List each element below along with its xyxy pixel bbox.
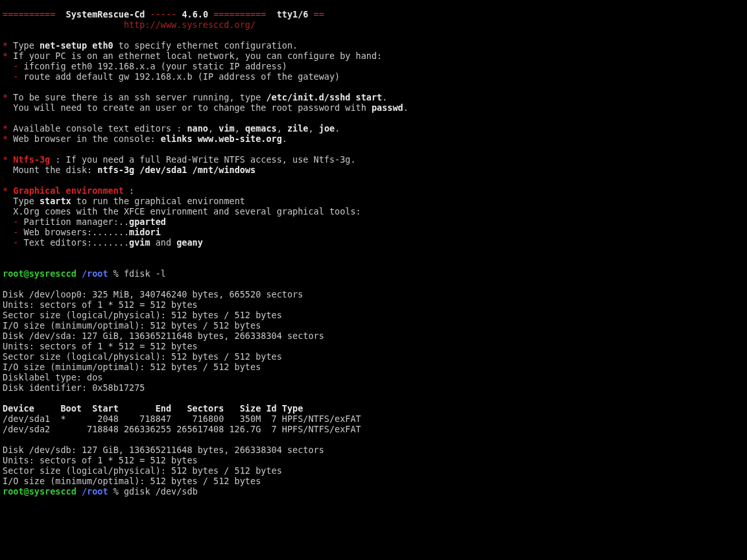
fdisk-line: Disk /dev/sda: 127 GiB, 136365211648 byt… <box>3 331 324 341</box>
bullet-icon: * <box>3 123 13 134</box>
ntfs3g-text: : If you need a full Read-Write NTFS acc… <box>50 154 355 165</box>
prompt-path: /root <box>77 486 108 496</box>
ntfs3g-mount-cmd: ntfs-3g /dev/sda1 /mnt/windows <box>97 165 255 175</box>
dash-icon: - <box>3 237 24 248</box>
tip-browser-label: Web browser in the console: <box>13 134 161 144</box>
te-geany: geany <box>176 237 203 248</box>
dash-icon: - <box>3 71 24 82</box>
header-sep1: ----- <box>145 9 182 19</box>
pm-gparted: gparted <box>129 216 166 227</box>
fdisk-line: Disk /dev/loop0: 325 MiB, 340746240 byte… <box>3 289 303 299</box>
editor-joe: joe <box>319 123 335 134</box>
bullet-icon: * <box>3 40 13 51</box>
wb-label: Web browsers:....... <box>24 227 130 237</box>
fdisk-line: Disk /dev/sdb: 127 GiB, 136365211648 byt… <box>3 445 324 455</box>
dash-icon: - <box>3 61 24 71</box>
wb-midori: midori <box>129 227 161 237</box>
cmd-fdisk[interactable]: fdisk -l <box>124 268 166 279</box>
header-rule-end: == <box>308 9 324 19</box>
graphical-env-label: Graphical environment <box>13 185 124 196</box>
ntfs3g-label: Ntfs-3g <box>13 154 50 165</box>
partition-table-header: Device Boot Start End Sectors Size Id Ty… <box>3 403 303 414</box>
startx-a: Type <box>3 196 40 206</box>
fdisk-line: I/O size (minimum/optimal): 512 bytes / … <box>3 320 261 331</box>
tip-ssh-cmd: /etc/init.d/sshd start <box>266 92 382 102</box>
header-rule-left: ========== <box>3 9 66 19</box>
prompt-userhost: root@sysresccd <box>3 486 77 496</box>
bullet-icon: * <box>3 92 13 102</box>
xorg-desc: X.Org comes with the XFCE environment an… <box>3 206 361 216</box>
ntfs3g-mount-a: Mount the disk: <box>3 165 97 175</box>
fdisk-line: Units: sectors of 1 * 512 = 512 bytes <box>3 455 198 465</box>
bullet-icon: * <box>3 185 13 196</box>
tip-passwd: passwd <box>372 102 403 113</box>
fdisk-line: Sector size (logical/physical): 512 byte… <box>3 310 282 320</box>
header-rule-mid: ========== <box>208 9 272 19</box>
editor-qemacs: qemacs <box>245 123 277 134</box>
tip-netsetup-b: to specify ethernet configuration. <box>113 40 298 51</box>
dash-icon: - <box>3 227 24 237</box>
editor-nano: nano <box>187 123 208 134</box>
fdisk-line: I/O size (minimum/optimal): 512 bytes / … <box>3 476 261 486</box>
pm-label: Partition manager:.. <box>24 216 130 227</box>
terminal-screen[interactable]: ========== SystemRescue-Cd ----- 4.6.0 =… <box>0 0 747 499</box>
partition-row: /dev/sda1 * 2048 718847 716800 350M 7 HP… <box>3 414 361 424</box>
cmd-gdisk[interactable]: gdisk /dev/sdb <box>124 486 198 496</box>
bullet-icon: * <box>3 154 13 165</box>
te-gvim: gvim <box>129 237 150 248</box>
fdisk-line: Sector size (logical/physical): 512 byte… <box>3 465 282 476</box>
fdisk-line: Disklabel type: dos <box>3 372 102 382</box>
prompt-symbol: % <box>108 268 124 279</box>
prompt-userhost: root@sysresccd <box>3 268 77 279</box>
fdisk-line: Disk identifier: 0x58b17275 <box>3 382 145 393</box>
prompt-path: /root <box>77 268 108 279</box>
te-label: Text editors:....... <box>24 237 130 248</box>
startx-b: to run the graphical environment <box>71 196 245 206</box>
tip-ssh-dot2: . <box>403 102 409 113</box>
header-version: 4.6.0 <box>182 9 208 19</box>
fdisk-line: I/O size (minimum/optimal): 512 bytes / … <box>3 362 261 372</box>
header-title: SystemRescue-Cd <box>66 9 145 19</box>
tip-netsetup-cmd: net-setup eth0 <box>40 40 113 51</box>
bullet-icon: * <box>3 51 13 61</box>
tip-netsetup-a: Type <box>13 40 40 51</box>
tip-lan: If your PC is on an ethernet local netwo… <box>13 51 382 61</box>
tip-ifconfig: ifconfig eth0 192.168.x.a (your static I… <box>24 61 287 71</box>
editor-zile: zile <box>287 123 309 134</box>
fdisk-line: Units: sectors of 1 * 512 = 512 bytes <box>3 299 198 310</box>
tip-editors-label: Available console text editors : <box>13 123 187 134</box>
tip-ssh-b: You will need to create an user or to ch… <box>3 102 372 113</box>
bullet-icon: * <box>3 134 13 144</box>
prompt-symbol: % <box>108 486 124 496</box>
partition-row: /dev/sda2 718848 266336255 265617408 126… <box>3 424 361 434</box>
tip-ssh-dot: . <box>382 92 387 102</box>
editor-vim: vim <box>219 123 234 134</box>
header-url: http://www.sysresccd.org/ <box>124 19 255 30</box>
tip-elinks: elinks www.web-site.org <box>161 134 282 144</box>
dash-icon: - <box>3 216 24 227</box>
fdisk-line: Units: sectors of 1 * 512 = 512 bytes <box>3 341 198 351</box>
tip-ssh-a: To be sure there is an ssh server runnin… <box>13 92 266 102</box>
tip-route: route add default gw 192.168.x.b (IP add… <box>24 71 340 82</box>
startx-cmd: startx <box>40 196 71 206</box>
header-tty: tty1/6 <box>272 9 309 19</box>
fdisk-line: Sector size (logical/physical): 512 byte… <box>3 351 282 362</box>
